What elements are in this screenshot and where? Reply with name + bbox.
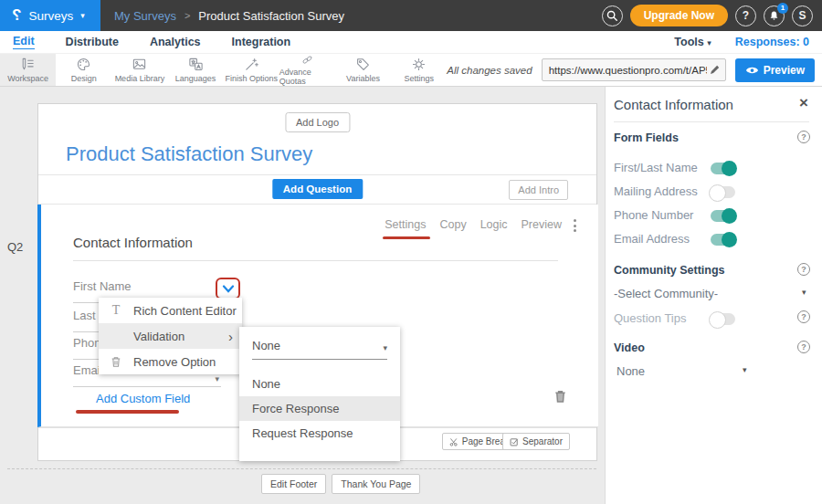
question-id-label: Q2 [7,240,23,254]
label-first-last-name: First/Last Name [614,161,698,174]
question-menu: Settings Copy Logic Preview [385,218,562,231]
breadcrumb-separator: > [184,10,190,21]
label-email-address: Email Address [614,232,690,246]
eye-icon [745,65,759,76]
question-menu-settings[interactable]: Settings [385,218,426,231]
question-menu-preview[interactable]: Preview [522,218,562,231]
tools-menu[interactable]: Tools ▾ [674,36,711,48]
help-button[interactable]: ? [735,5,756,26]
question-title[interactable]: Contact Information [73,235,193,250]
survey-title[interactable]: Product Satisfaction Survey [66,142,312,166]
add-question-button[interactable]: Add Question [272,179,363,199]
toolbar-item-label: Variables [346,74,380,83]
label-phone-number: Phone Number [614,208,693,222]
toggle-phone-number[interactable] [711,210,735,222]
section-form-fields: Form Fields [614,131,679,144]
question-menu-copy[interactable]: Copy [439,218,466,231]
preview-button[interactable]: Preview [735,58,815,82]
question-divider [73,260,558,261]
video-select[interactable]: None [616,364,645,378]
toolbar-item-label: Media Library [115,74,165,83]
sidebar-title: Contact Information [614,97,733,112]
help-icon[interactable]: ? [797,341,810,353]
survey-nav: Edit Distribute Analytics Integration To… [0,31,822,53]
product-label: Surveys [28,9,73,23]
validation-options: None Force Response Request Response [239,372,400,446]
toolbar-item-advance-quotas[interactable]: Advance Quotas [279,54,335,86]
survey-url-input[interactable] [542,58,726,81]
add-intro-button[interactable]: Add Intro [509,180,568,200]
notifications-button[interactable]: 1 [764,5,785,26]
chevron-down-icon[interactable] [222,284,235,294]
tab-distribute[interactable]: Distribute [66,36,119,48]
breadcrumb-current-survey: Product Satisfaction Survey [198,9,344,23]
help-icon[interactable]: ? [797,310,810,323]
trash-icon [99,356,133,368]
caret-down-icon[interactable]: ▾ [743,365,747,374]
toolbar-item-design[interactable]: Design [56,54,111,86]
surveys-product-menu[interactable]: ? Surveys ▾ [0,0,100,31]
toolbar-item-languages[interactable]: Languages [167,54,223,86]
responses-count[interactable]: Responses: 0 [735,36,809,48]
tab-analytics[interactable]: Analytics [150,36,201,48]
topbar-actions: Upgrade Now ? 1 S [602,5,822,26]
add-logo-button[interactable]: Add Logo [285,112,350,132]
help-icon: ? [743,9,749,22]
menu-item-validation[interactable]: Validation › [99,323,242,349]
design-palette-icon [76,57,91,72]
option-none[interactable]: None [239,372,400,396]
submenu-arrow-icon: › [228,329,233,344]
toolbar-item-workspace[interactable]: Workspace [0,54,56,86]
menu-item-label: Remove Option [133,355,216,369]
delete-question-trash-icon[interactable] [553,389,567,404]
tag-icon [355,57,371,72]
toolbar-item-media-library[interactable]: Media Library [111,54,167,86]
caret-down-icon[interactable]: ▾ [802,288,806,297]
search-button[interactable] [602,5,623,26]
search-icon [606,9,618,22]
separator-button[interactable]: Separator [502,433,570,450]
chain-link-icon [300,54,315,66]
menu-item-label: Rich Content Editor [133,304,237,318]
languages-icon [188,57,204,72]
add-custom-field-link[interactable]: Add Custom Field [96,392,190,405]
breadcrumb: My Surveys > Product Satisfaction Survey [114,9,344,23]
option-request-response[interactable]: Request Response [239,421,400,446]
menu-item-rich-content-editor[interactable]: T Rich Content Editor [99,298,242,323]
help-icon[interactable]: ? [797,131,810,143]
survey-canvas: Q2 Add Logo Product Satisfaction Survey … [0,87,605,504]
validation-select[interactable]: None ▾ [252,339,387,360]
toolbar-item-label: Languages [175,74,216,83]
avatar-initial: S [798,9,806,22]
menu-item-remove-option[interactable]: Remove Option [99,349,242,374]
question-menu-logic[interactable]: Logic [480,218,508,231]
toggle-mailing-address[interactable] [711,186,735,198]
thank-you-page-button[interactable]: Thank You Page [332,474,420,494]
workspace-icon [20,57,36,72]
help-icon[interactable]: ? [797,263,810,276]
questionpro-logo-icon: ? [12,6,21,25]
toolbar-item-variables[interactable]: Variables [335,54,391,86]
option-force-response[interactable]: Force Response [239,396,400,421]
section-community-settings: Community Settings [614,264,725,277]
edit-url-pencil-icon[interactable] [708,63,722,77]
community-select[interactable]: -Select Community- [614,287,718,300]
close-icon[interactable]: × [799,95,808,110]
toggle-email-address[interactable] [711,234,735,246]
upgrade-now-button[interactable]: Upgrade Now [630,5,728,26]
save-status: All changes saved [447,65,532,76]
question-more-menu-icon[interactable] [574,219,576,232]
edit-footer-button[interactable]: Edit Footer [261,474,326,494]
toolbar-item-settings[interactable]: Settings [391,54,447,86]
field-context-menu: T Rich Content Editor Validation › Remov… [99,298,242,374]
toolbar-item-finish-options[interactable]: Finish Options [224,54,279,86]
top-bar: ? Surveys ▾ My Surveys > Product Satisfa… [0,0,822,31]
page-dashed-separator [7,468,596,469]
tab-edit[interactable]: Edit [13,35,35,49]
avatar[interactable]: S [792,5,813,26]
toggle-first-last-name[interactable] [711,163,735,174]
breadcrumb-my-surveys[interactable]: My Surveys [114,9,176,23]
toolbar-item-label: Settings [404,74,434,83]
tab-integration[interactable]: Integration [232,36,291,48]
toggle-question-tips[interactable] [711,313,735,325]
